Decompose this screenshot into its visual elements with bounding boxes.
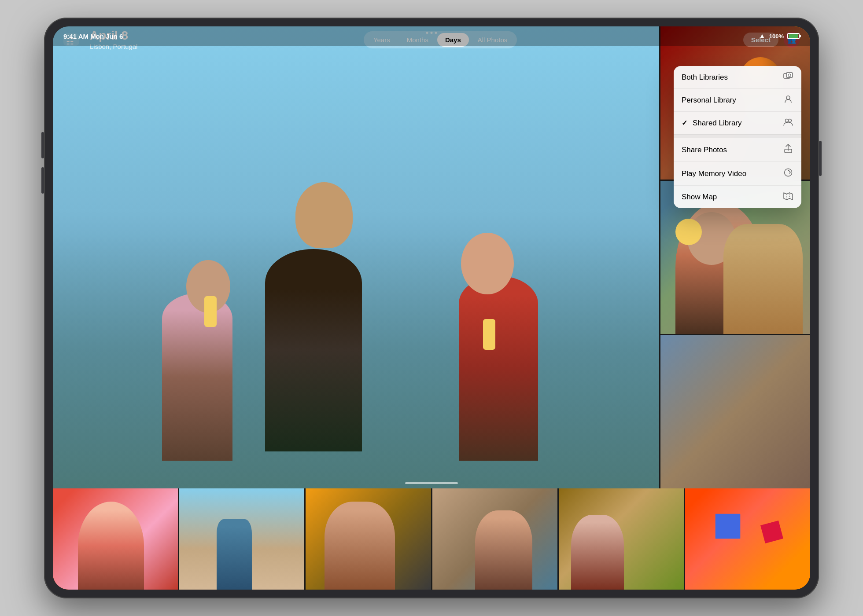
family-photo-bg [53, 26, 659, 488]
volume-down-button[interactable] [41, 167, 44, 194]
share-photos-label-wrap: Share Photos [682, 146, 727, 154]
menu-item-share-photos[interactable]: Share Photos [674, 138, 801, 162]
status-time: 9:41 AM Mon Jun 6 [63, 33, 123, 40]
menu-item-shared-library[interactable]: ✓ Shared Library [674, 112, 801, 134]
personal-library-icon [783, 95, 793, 105]
thumb1-figure [78, 502, 144, 590]
menu-divider [674, 135, 801, 138]
play-memory-icon [783, 168, 793, 179]
svg-point-5 [789, 119, 792, 122]
right-bot-bg [660, 335, 810, 488]
dropdown-menu: Both Libraries Personal Library [674, 66, 801, 208]
thumb6-bg [685, 488, 810, 590]
sunflower [675, 219, 702, 245]
menu-item-personal-library[interactable]: Personal Library [674, 89, 801, 112]
svg-point-4 [786, 119, 789, 122]
show-map-label: Show Map [682, 193, 717, 202]
figure-dad-head [295, 182, 353, 248]
show-map-icon [783, 192, 793, 202]
share-photos-icon [783, 144, 793, 155]
popsicle-right [483, 319, 495, 350]
thumb5-figure [571, 515, 624, 590]
scroll-indicator [405, 482, 458, 484]
menu-item-show-map[interactable]: Show Map [674, 186, 801, 208]
figure-child-right-head [461, 233, 514, 294]
figure-dad [265, 249, 362, 451]
main-photo[interactable] [53, 26, 659, 488]
right-photo-bottom [660, 335, 810, 488]
thumb-5[interactable] [559, 488, 684, 590]
shared-library-label-wrap: ✓ Shared Library [682, 119, 742, 128]
both-libraries-label: Both Libraries [682, 73, 728, 82]
play-memory-label-wrap: Play Memory Video [682, 169, 746, 178]
both-libraries-label-wrap: Both Libraries [682, 73, 728, 82]
menu-item-play-memory[interactable]: Play Memory Video [674, 162, 801, 186]
thumb3-figure [325, 502, 395, 590]
svg-point-7 [785, 169, 792, 176]
library-section: Both Libraries Personal Library [674, 66, 801, 135]
popsicle-left [204, 296, 217, 327]
thumb-2[interactable] [179, 488, 304, 590]
power-button[interactable] [819, 141, 822, 176]
thumb-4[interactable] [432, 488, 557, 590]
personal-library-label-wrap: Personal Library [682, 96, 736, 105]
status-right: ▲ 100% [759, 32, 800, 40]
actions-section: Share Photos Play Memory Video [674, 138, 801, 208]
thumb-6[interactable] [685, 488, 810, 590]
ipad-screen: 9:41 AM Mon Jun 6 ▲ 100% [53, 26, 810, 590]
shared-library-label: Shared Library [693, 119, 742, 128]
wifi-icon: ▲ [759, 32, 766, 40]
both-libraries-icon [783, 72, 793, 82]
thumbnails-strip [53, 488, 810, 590]
personal-library-label: Personal Library [682, 96, 736, 105]
shared-library-icon [783, 118, 793, 128]
play-memory-label: Play Memory Video [682, 169, 746, 178]
thumb-1[interactable] [53, 488, 178, 590]
show-map-label-wrap: Show Map [682, 193, 717, 202]
thumb4-figure [475, 510, 532, 590]
ipad-device: 9:41 AM Mon Jun 6 ▲ 100% [44, 18, 819, 598]
shared-checkmark: ✓ [682, 119, 687, 127]
volume-up-button[interactable] [41, 132, 44, 158]
figure-child-left [162, 293, 232, 461]
animal-figure [723, 224, 803, 334]
thumb-3[interactable] [306, 488, 431, 590]
battery-icon [787, 33, 800, 39]
svg-point-3 [786, 96, 790, 99]
status-bar: 9:41 AM Mon Jun 6 ▲ 100% [53, 26, 810, 46]
battery-pct: 100% [769, 33, 784, 40]
figure-child-right [459, 276, 538, 461]
share-photos-label: Share Photos [682, 146, 727, 154]
thumb2-figure [217, 519, 252, 590]
menu-item-both-libraries[interactable]: Both Libraries [674, 66, 801, 89]
battery-fill [789, 34, 798, 38]
